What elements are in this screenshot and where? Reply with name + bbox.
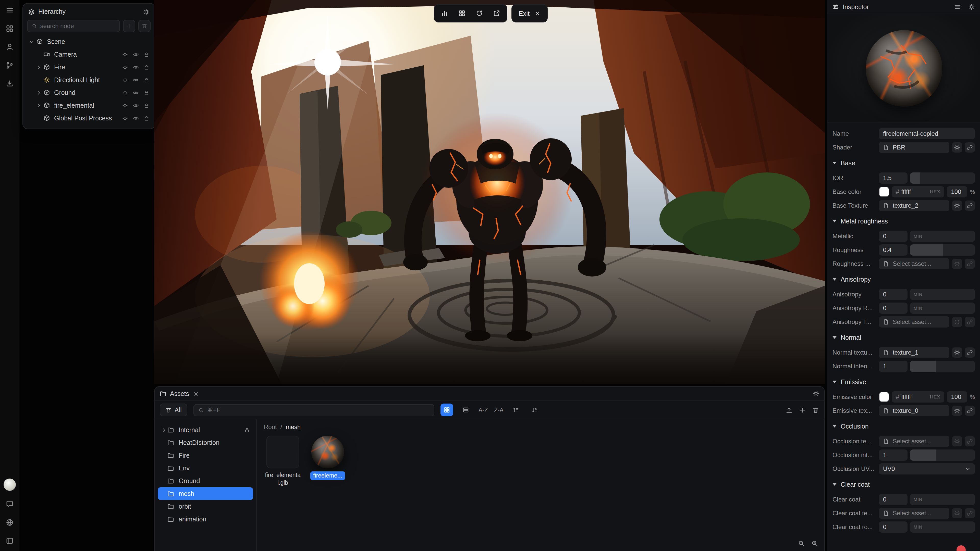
base-texture-select[interactable]: texture_2 <box>879 200 950 211</box>
menu-icon[interactable] <box>4 5 14 15</box>
occlusion-intensity-slider[interactable] <box>910 449 975 460</box>
dashboard-icon[interactable] <box>4 24 14 34</box>
ior-input[interactable]: 1.5 <box>879 172 907 183</box>
viewport-canvas[interactable] <box>154 0 825 384</box>
lock-icon[interactable] <box>143 89 150 96</box>
eye-icon[interactable] <box>133 89 139 96</box>
eye-icon[interactable] <box>133 64 139 70</box>
sort-za-button[interactable]: Z-A <box>494 407 504 413</box>
chat-icon[interactable] <box>4 499 14 509</box>
ior-slider[interactable] <box>910 172 975 183</box>
tree-row-global-post-process[interactable]: Global Post Process <box>26 112 151 124</box>
target-icon[interactable] <box>122 51 128 57</box>
folder-row-env[interactable]: Env <box>158 462 253 475</box>
clear-coat-roughness-slider[interactable]: MIN <box>910 521 975 532</box>
anisotropy-slider[interactable]: MIN <box>910 289 975 300</box>
base-color-alpha-input[interactable]: 100 <box>947 186 967 197</box>
anisotropy-texture-select[interactable]: Select asset... <box>879 316 950 327</box>
delete-node-button[interactable] <box>138 20 151 32</box>
shader-gear-button[interactable] <box>952 142 962 152</box>
normal-texture-gear-button[interactable] <box>952 347 962 357</box>
eye-icon[interactable] <box>133 77 139 83</box>
chevron-right-icon[interactable] <box>161 427 167 433</box>
stats-icon[interactable] <box>437 6 452 20</box>
normal-texture-link-button[interactable] <box>965 347 975 357</box>
occlusion-intensity-input[interactable]: 1 <box>879 449 907 460</box>
section-emissive[interactable]: Emissive <box>827 374 980 390</box>
clear-coat-slider[interactable]: MIN <box>910 494 975 505</box>
zoom-out-icon[interactable] <box>798 540 805 547</box>
hierarchy-search-input[interactable] <box>40 22 115 30</box>
eye-icon[interactable] <box>133 115 139 121</box>
occlusion-texture-select[interactable]: Select asset... <box>879 435 950 447</box>
emissive-color-alpha-input[interactable]: 100 <box>947 391 967 402</box>
roughness-texture-link-button[interactable] <box>965 259 975 268</box>
normal-intensity-slider[interactable] <box>910 360 975 372</box>
occlusion-uv-dropdown[interactable]: UV0 <box>879 463 975 474</box>
delete-asset-icon[interactable] <box>812 407 819 413</box>
base-texture-gear-button[interactable] <box>952 200 962 210</box>
assets-search-input[interactable] <box>207 407 430 413</box>
tree-row-scene[interactable]: Scene <box>26 35 151 48</box>
gear-icon[interactable] <box>813 390 819 397</box>
add-node-button[interactable] <box>123 20 135 32</box>
metallic-slider[interactable]: MIN <box>910 230 975 241</box>
anisotropy-texture-gear-button[interactable] <box>952 317 962 327</box>
gear-icon[interactable] <box>143 8 150 15</box>
lock-icon[interactable] <box>143 51 150 57</box>
target-icon[interactable] <box>122 77 128 83</box>
section-metal-roughness[interactable]: Metal roughness <box>827 213 980 229</box>
sort-az-button[interactable]: A-Z <box>479 407 488 413</box>
anisotropy-rotation-input[interactable]: 0 <box>879 302 907 313</box>
metallic-input[interactable]: 0 <box>879 230 907 241</box>
roughness-texture-select[interactable]: Select asset... <box>879 258 950 269</box>
emissive-texture-select[interactable]: texture_0 <box>879 405 950 416</box>
emissive-color-hex-input[interactable]: #ffffff HEX <box>892 391 944 402</box>
tree-row-camera[interactable]: Camera <box>26 48 151 61</box>
normal-texture-select[interactable]: texture_1 <box>879 347 950 358</box>
target-icon[interactable] <box>122 89 128 96</box>
base-color-swatch[interactable] <box>879 186 889 197</box>
grid-view-button[interactable] <box>441 403 453 416</box>
refresh-icon[interactable] <box>472 6 487 20</box>
emissive-texture-link-button[interactable] <box>965 405 975 416</box>
shader-link-button[interactable] <box>965 142 975 152</box>
upload-icon[interactable] <box>786 407 793 413</box>
target-icon[interactable] <box>122 115 128 121</box>
anisotropy-input[interactable]: 0 <box>879 289 907 300</box>
target-icon[interactable] <box>122 102 128 108</box>
base-color-hex-input[interactable]: #ffffff HEX <box>892 186 944 197</box>
chevron-down-icon[interactable] <box>28 38 35 44</box>
user-avatar[interactable] <box>3 478 16 491</box>
section-base[interactable]: Base <box>827 155 980 171</box>
add-asset-icon[interactable] <box>799 407 806 413</box>
gear-icon[interactable] <box>968 3 975 10</box>
lock-icon[interactable] <box>143 77 150 83</box>
tree-row-fire-elemental[interactable]: fire_elemental <box>26 99 151 112</box>
asset-item-material[interactable]: fireeleme... <box>309 436 347 480</box>
base-texture-link-button[interactable] <box>965 200 975 210</box>
folder-row-heatdistortion[interactable]: HeatDIstortion <box>158 436 253 449</box>
eye-icon[interactable] <box>133 51 139 57</box>
clear-coat-texture-gear-button[interactable] <box>952 508 962 518</box>
menu-icon[interactable] <box>954 3 961 10</box>
anisotropy-texture-link-button[interactable] <box>965 317 975 327</box>
lock-icon[interactable] <box>143 115 150 121</box>
breadcrumb-root[interactable]: Root <box>264 424 277 430</box>
panel-toggle-icon[interactable] <box>4 536 14 546</box>
name-input[interactable]: fireelemental-copied <box>879 128 975 139</box>
chevron-right-icon[interactable] <box>35 102 42 108</box>
lock-icon[interactable] <box>143 64 150 70</box>
branch-icon[interactable] <box>4 60 14 70</box>
folder-row-mesh[interactable]: mesh <box>158 487 253 500</box>
sort-desc-icon[interactable] <box>528 403 541 416</box>
add-user-icon[interactable] <box>4 42 14 52</box>
folder-row-ground[interactable]: Ground <box>158 475 253 487</box>
folder-row-orbit[interactable]: orbit <box>158 500 253 513</box>
zoom-in-icon[interactable] <box>811 540 818 547</box>
roughness-slider[interactable] <box>910 244 975 256</box>
list-view-button[interactable] <box>460 403 473 416</box>
folder-row-fire[interactable]: Fire <box>158 449 253 462</box>
close-icon[interactable] <box>534 10 540 16</box>
install-icon[interactable] <box>4 79 14 89</box>
